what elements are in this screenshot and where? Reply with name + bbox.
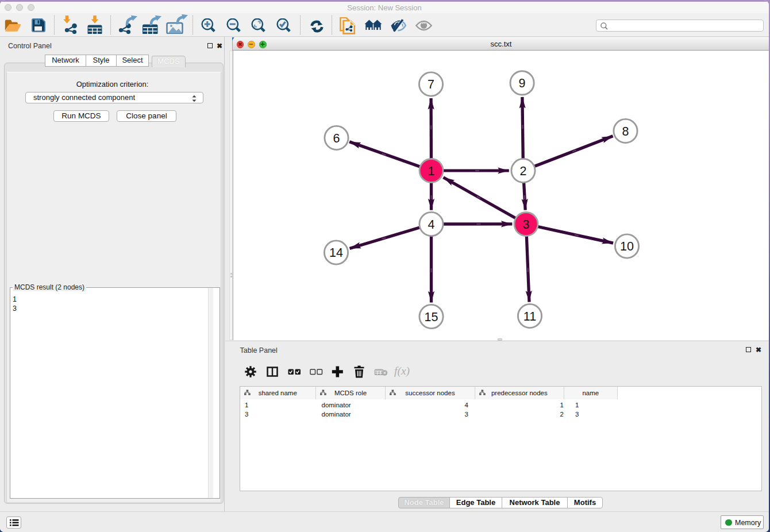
svg-text:3: 3 [523,218,530,232]
svg-text:2: 2 [520,164,527,178]
svg-text:4: 4 [428,218,435,232]
svg-text:15: 15 [425,310,438,324]
svg-text:10: 10 [620,240,634,253]
svg-text:8: 8 [622,125,629,138]
svg-text:14: 14 [329,246,343,260]
svg-text:9: 9 [519,76,526,90]
svg-text:1: 1 [428,164,435,178]
svg-text:7: 7 [428,78,434,91]
svg-text:11: 11 [523,310,536,323]
svg-text:6: 6 [333,132,340,145]
